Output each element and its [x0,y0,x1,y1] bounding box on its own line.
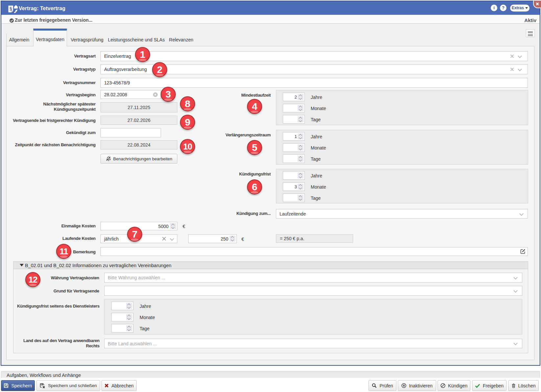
svg-text:§: § [10,6,12,11]
